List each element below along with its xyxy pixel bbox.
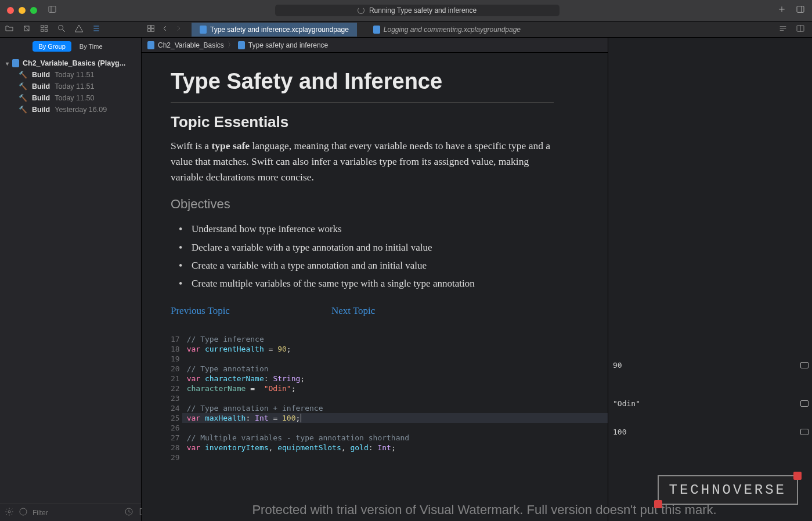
- svg-point-26: [8, 511, 10, 513]
- editor-layout-icon[interactable]: [778, 24, 788, 35]
- tab-active[interactable]: Type safety and inference.xcplaygroundpa…: [192, 23, 357, 37]
- previous-topic-link[interactable]: Previous Topic: [171, 305, 230, 317]
- back-icon[interactable]: [160, 24, 169, 35]
- adjust-editor-icon[interactable]: [796, 24, 805, 35]
- swift-file-icon: [238, 41, 245, 49]
- status-prefix: Running: [369, 6, 395, 15]
- forward-icon[interactable]: [174, 24, 183, 35]
- hammer-icon: 🔨: [19, 106, 27, 114]
- filter-input[interactable]: [33, 509, 120, 517]
- objectives-list: Understand how type inference works Decl…: [179, 220, 554, 292]
- tab-inactive[interactable]: Logging and commenting.xcplaygroundpage: [365, 23, 529, 37]
- next-topic-link[interactable]: Next Topic: [331, 305, 375, 317]
- hammer-icon: 🔨: [19, 82, 27, 91]
- symbols-icon[interactable]: [39, 24, 49, 35]
- result-row[interactable]: 90: [613, 361, 809, 370]
- svg-rect-9: [45, 26, 47, 28]
- hammer-icon: 🔨: [19, 71, 27, 79]
- svg-line-13: [63, 30, 65, 32]
- folder-icon[interactable]: [5, 24, 14, 35]
- build-row[interactable]: 🔨 Build Today 11.50: [19, 92, 141, 104]
- svg-rect-19: [148, 29, 151, 32]
- playground-icon: [147, 41, 154, 49]
- close-window-button[interactable]: [7, 7, 14, 14]
- svg-rect-17: [148, 26, 151, 28]
- section-heading: Topic Essentials: [171, 113, 554, 131]
- result-value: "Odin": [613, 399, 640, 408]
- build-row[interactable]: 🔨 Build Today 11.51: [19, 69, 141, 81]
- quicklook-icon[interactable]: [800, 400, 809, 407]
- breadcrumb-a: Ch2_Variable_Basics: [158, 41, 224, 49]
- titlebar: Running Type safety and inference: [0, 0, 812, 21]
- filter-scope-icon[interactable]: [19, 507, 28, 518]
- result-value: 100: [613, 428, 626, 436]
- quicklook-icon[interactable]: [800, 429, 809, 435]
- minimize-window-button[interactable]: [19, 7, 26, 14]
- tab-toolbar: Type safety and inference.xcplaygroundpa…: [0, 21, 812, 38]
- playground-icon: [12, 59, 19, 67]
- tab-inactive-label: Logging and commenting.xcplaygroundpage: [384, 26, 521, 34]
- swift-file-icon: [200, 26, 207, 34]
- sidebar-toggle-icon[interactable]: [48, 5, 57, 16]
- window-controls: [7, 7, 37, 14]
- list-item: Understand how type inference works: [179, 220, 554, 238]
- sidebar-segmented-control: By Group By Time: [0, 38, 141, 55]
- tab-active-label: Type safety and inference.xcplaygroundpa…: [210, 26, 349, 34]
- svg-rect-8: [41, 26, 44, 28]
- project-name: Ch2_Variable_Basics (Playg...: [23, 59, 125, 67]
- result-row[interactable]: 100: [613, 428, 809, 436]
- seg-by-group[interactable]: By Group: [33, 41, 71, 52]
- source-control-icon[interactable]: [22, 24, 31, 35]
- line-gutter: 17181920212223242526272829: [171, 334, 187, 462]
- status-file: Type safety and inference: [397, 6, 477, 15]
- objectives-heading: Objectives: [171, 197, 554, 212]
- project-row[interactable]: ▾ Ch2_Variable_Basics (Playg...: [0, 57, 141, 69]
- list-item: Create multiple variables of the same ty…: [179, 274, 554, 292]
- navigator-sidebar: By Group By Time ▾ Ch2_Variable_Basics (…: [0, 38, 142, 521]
- report-tree: ▾ Ch2_Variable_Basics (Playg... 🔨 Build …: [0, 55, 141, 118]
- svg-point-27: [20, 508, 27, 515]
- editor-content[interactable]: Type Safety and Inference Topic Essentia…: [142, 53, 583, 521]
- chevron-right-icon: 〉: [228, 40, 234, 50]
- page-title: Type Safety and Inference: [171, 69, 554, 94]
- build-row[interactable]: 🔨 Build Yesterday 16.09: [19, 104, 141, 115]
- breadcrumb[interactable]: Ch2_Variable_Basics 〉 Type safety and in…: [142, 38, 608, 53]
- issues-icon[interactable]: [74, 24, 84, 35]
- sidebar-footer: [0, 504, 141, 521]
- result-row[interactable]: "Odin": [613, 399, 809, 408]
- list-item: Create a variable with a type annotation…: [179, 256, 554, 274]
- build-row[interactable]: 🔨 Build Today 11.51: [19, 81, 141, 92]
- related-items-icon[interactable]: [146, 24, 156, 35]
- code-block[interactable]: 17181920212223242526272829 // Type infer…: [171, 334, 554, 462]
- hammer-icon: 🔨: [19, 94, 27, 102]
- gear-icon[interactable]: [5, 507, 14, 518]
- maximize-window-button[interactable]: [30, 7, 37, 14]
- spinner-icon: [358, 7, 365, 14]
- svg-rect-4: [797, 6, 804, 13]
- breadcrumb-b: Type safety and inference: [248, 41, 328, 49]
- reports-icon[interactable]: [92, 24, 101, 35]
- svg-line-7: [24, 26, 29, 31]
- svg-rect-10: [41, 29, 44, 31]
- seg-by-time[interactable]: By Time: [74, 41, 109, 52]
- find-icon[interactable]: [57, 24, 66, 35]
- list-item: Declare a variable with a type annotatio…: [179, 238, 554, 256]
- clock-icon[interactable]: [124, 507, 133, 518]
- svg-point-12: [59, 26, 63, 30]
- svg-rect-20: [151, 29, 154, 32]
- results-sidebar: 90 "Odin" 100: [608, 38, 812, 521]
- library-icon[interactable]: [796, 5, 805, 16]
- intro-paragraph: Swift is a type safe language, meaning t…: [171, 138, 554, 185]
- svg-rect-0: [49, 6, 56, 13]
- chevron-down-icon[interactable]: ▾: [6, 60, 9, 67]
- divider: [171, 102, 554, 103]
- swift-file-icon: [373, 26, 380, 34]
- quicklook-icon[interactable]: [800, 362, 809, 368]
- add-tab-icon[interactable]: [777, 5, 786, 16]
- activity-status: Running Type safety and inference: [275, 5, 560, 16]
- svg-rect-18: [151, 26, 154, 28]
- svg-rect-11: [45, 29, 47, 31]
- result-value: 90: [613, 361, 622, 370]
